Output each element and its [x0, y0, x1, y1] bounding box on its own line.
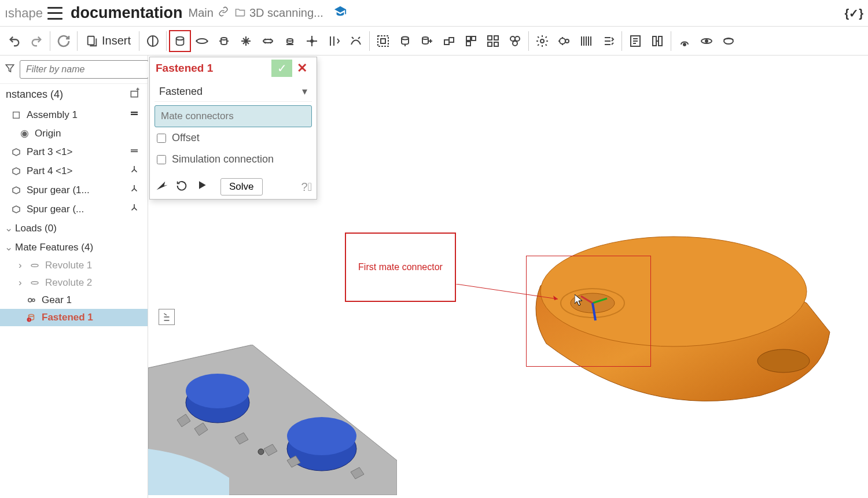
- mate-features-section[interactable]: ⌄ Mate Features (4): [0, 238, 148, 257]
- gear-relation-icon[interactable]: [553, 30, 575, 52]
- bom-icon[interactable]: [624, 30, 646, 52]
- breadcrumb-folder[interactable]: 3D scanning...: [249, 6, 323, 20]
- tangent-mate-icon[interactable]: [345, 30, 367, 52]
- insert-button[interactable]: Insert: [80, 30, 137, 52]
- svg-rect-35: [13, 112, 20, 118]
- mate-triad-icon[interactable]: [129, 202, 142, 216]
- refresh-icon[interactable]: [53, 30, 75, 52]
- link-icon[interactable]: [218, 6, 229, 20]
- named-position-icon[interactable]: [674, 30, 696, 52]
- svg-point-7: [311, 40, 313, 42]
- undo-button[interactable]: [3, 30, 25, 52]
- branch-label[interactable]: Main: [189, 6, 214, 20]
- snap-mode-icon[interactable]: [438, 30, 460, 52]
- flip-primary-icon[interactable]: [155, 179, 170, 194]
- folder-icon: [234, 6, 246, 20]
- svg-point-36: [31, 264, 38, 267]
- svg-rect-8: [378, 36, 388, 46]
- display-state-icon[interactable]: [696, 30, 718, 52]
- svg-point-26: [565, 39, 569, 43]
- solve-button[interactable]: Solve: [220, 178, 263, 195]
- svg-rect-34: [131, 91, 138, 97]
- relation-icon[interactable]: [416, 30, 438, 52]
- flip-secondary-icon[interactable]: [175, 179, 190, 194]
- tree-fastened1[interactable]: ! Fastened 1: [0, 309, 148, 326]
- animate-icon[interactable]: [196, 179, 211, 194]
- replicate-icon[interactable]: [460, 30, 482, 52]
- accept-button[interactable]: ✓: [271, 60, 292, 77]
- mate-connector-icon[interactable]: [394, 30, 416, 52]
- json-icon[interactable]: {✓}: [844, 6, 863, 20]
- menu-icon[interactable]: [47, 7, 62, 20]
- mate-triad-icon[interactable]: [129, 183, 142, 197]
- svg-point-21: [510, 36, 515, 41]
- filter-input[interactable]: [20, 60, 149, 79]
- mate-type-dropdown[interactable]: Fastened ▾: [155, 82, 312, 102]
- fastened-mate-icon[interactable]: [169, 30, 191, 52]
- tree-spur1[interactable]: Spur gear (1...: [0, 180, 148, 200]
- measure-icon[interactable]: [718, 30, 740, 52]
- svg-point-51: [186, 374, 249, 408]
- dialog-title: Fastened 1: [156, 62, 271, 75]
- planar-mate-icon[interactable]: [235, 30, 257, 52]
- fastened-error-icon: !: [25, 312, 37, 323]
- svg-point-37: [31, 282, 38, 285]
- standard-content-icon[interactable]: [504, 30, 526, 52]
- fix-icon[interactable]: [129, 145, 142, 158]
- svg-rect-28: [653, 36, 656, 46]
- svg-rect-17: [488, 36, 492, 40]
- pin-slot-mate-icon[interactable]: [279, 30, 301, 52]
- svg-point-4: [221, 38, 227, 40]
- panel-toggle-icon[interactable]: [159, 309, 175, 325]
- tree-gear1[interactable]: Gear 1: [0, 292, 148, 309]
- part-icon: [10, 204, 22, 215]
- cylindrical-mate-icon[interactable]: [257, 30, 279, 52]
- exploded-view-icon[interactable]: [646, 30, 668, 52]
- rack-pinion-icon[interactable]: [575, 30, 597, 52]
- svg-point-25: [560, 38, 565, 44]
- part-icon: [10, 185, 22, 195]
- simulation-checkbox[interactable]: Simulation connection: [155, 149, 312, 170]
- gear-settings-icon[interactable]: [531, 30, 553, 52]
- tree-assembly[interactable]: Assembly 1: [0, 105, 148, 124]
- revolute-mate-icon[interactable]: [191, 30, 213, 52]
- section-view-icon[interactable]: [142, 30, 164, 52]
- parallel-mate-icon[interactable]: [323, 30, 345, 52]
- tree-revolute1[interactable]: › Revolute 1: [0, 257, 148, 274]
- svg-rect-19: [488, 42, 492, 46]
- annotation-callout: First mate connector: [345, 233, 456, 302]
- cancel-button[interactable]: ✕: [293, 60, 311, 77]
- svg-point-6: [287, 39, 293, 41]
- filter-funnel-icon[interactable]: [5, 63, 15, 76]
- feature-tree-panel: nstances (4) Assembly 1 ◉ Origin Part 3 …: [0, 56, 148, 498]
- screw-relation-icon[interactable]: [597, 30, 619, 52]
- document-title[interactable]: documentation: [71, 4, 183, 22]
- part-icon: [10, 166, 22, 176]
- tree-revolute2[interactable]: › Revolute 2: [0, 274, 148, 292]
- assembly-toolbar: Insert: [0, 27, 868, 56]
- add-instance-icon[interactable]: [129, 87, 142, 102]
- mate-dialog: Fastened 1 ✓ ✕ Fastened ▾ Offset Simulat…: [149, 57, 317, 200]
- mate-connectors-input[interactable]: [155, 105, 312, 127]
- slider-mate-icon[interactable]: [213, 30, 235, 52]
- tree-origin[interactable]: ◉ Origin: [0, 124, 148, 142]
- svg-rect-20: [494, 42, 498, 46]
- offset-checkbox[interactable]: Offset: [155, 127, 312, 149]
- chevron-right-icon: ›: [19, 260, 27, 271]
- tree-part4[interactable]: Part 4 <1>: [0, 161, 148, 180]
- fix-icon[interactable]: [129, 108, 142, 121]
- loads-section[interactable]: ⌄ Loads (0): [0, 219, 148, 238]
- tree-part3[interactable]: Part 3 <1>: [0, 142, 148, 161]
- redo-button[interactable]: [25, 30, 47, 52]
- help-icon[interactable]: ?⃝: [301, 180, 312, 194]
- svg-point-22: [515, 36, 520, 41]
- part-icon: [10, 147, 22, 157]
- learn-icon[interactable]: [334, 5, 347, 21]
- ball-mate-icon[interactable]: [301, 30, 323, 52]
- tree-spur2[interactable]: Spur gear (...: [0, 200, 148, 219]
- app-header: ıshape documentation Main 3D scanning...…: [0, 0, 868, 27]
- mate-triad-icon[interactable]: [129, 164, 142, 178]
- group-icon[interactable]: [372, 30, 394, 52]
- instances-header: nstances (4): [6, 88, 63, 101]
- pattern-icon[interactable]: [482, 30, 504, 52]
